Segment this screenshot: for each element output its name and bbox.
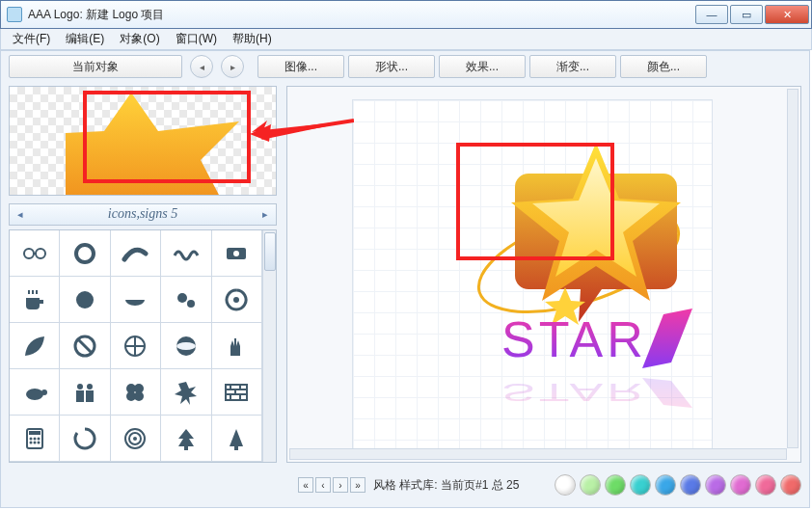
svg-point-0 [24, 249, 34, 258]
icon-tree-1[interactable] [161, 416, 211, 462]
icon-splat[interactable] [161, 369, 211, 416]
color-label: 颜色... [647, 59, 680, 75]
svg-rect-36 [184, 446, 188, 450]
style-last-button[interactable]: » [350, 477, 365, 493]
shape-label: 形状... [375, 59, 408, 75]
window-titlebar: AAA Logo: 新建 Logo 项目 — ▭ ✕ [0, 0, 812, 29]
icon-glasses[interactable] [10, 230, 60, 277]
swatch-1[interactable] [580, 474, 601, 496]
canvas-scrollbar-v[interactable] [787, 89, 798, 448]
current-object-label: 当前对象 [72, 59, 119, 75]
icon-bowl[interactable] [111, 277, 161, 323]
icon-gears[interactable] [161, 277, 211, 323]
icon-no-smoking[interactable] [60, 323, 110, 369]
icon-grid-scrollbar[interactable] [262, 230, 276, 462]
maximize-button[interactable]: ▭ [730, 5, 763, 24]
style-status-label: 风格 样式库: 当前页#1 总 25 [373, 477, 519, 494]
icon-phone[interactable] [212, 230, 262, 277]
color-button[interactable]: 颜色... [620, 55, 707, 78]
icon-calculator[interactable] [10, 416, 60, 462]
icon-wave[interactable] [161, 230, 211, 277]
menu-file[interactable]: 文件(F) [5, 29, 58, 49]
toolbar: 当前对象 ◂ ▸ 图像... 形状... 效果... 渐变... 颜色... [1, 51, 809, 82]
icon-globe-2[interactable] [161, 323, 211, 369]
icon-spiral-3[interactable] [111, 416, 161, 462]
icon-coffee-cup[interactable] [10, 277, 60, 323]
menu-window[interactable]: 窗口(W) [168, 29, 225, 49]
icon-circle[interactable] [60, 277, 110, 323]
object-preview [9, 86, 277, 196]
menu-edit[interactable]: 编辑(E) [58, 29, 112, 49]
effect-label: 效果... [466, 59, 499, 75]
swatch-2[interactable] [605, 474, 626, 496]
swatch-6[interactable] [705, 474, 726, 496]
minimize-button[interactable]: — [695, 5, 728, 24]
library-next-button[interactable]: ▸ [255, 208, 276, 221]
gradient-button[interactable]: 渐变... [529, 55, 616, 78]
swatch-3[interactable] [630, 474, 651, 496]
effect-button[interactable]: 效果... [439, 55, 526, 78]
swatch-0[interactable] [555, 474, 576, 496]
icon-clover[interactable] [111, 369, 161, 416]
icon-hand-print[interactable] [212, 323, 262, 369]
swatch-9[interactable] [780, 474, 801, 496]
icon-spiral-2[interactable] [60, 416, 110, 462]
icon-people[interactable] [60, 369, 110, 416]
shape-button[interactable]: 形状... [348, 55, 435, 78]
svg-point-17 [87, 384, 93, 389]
style-first-button[interactable]: « [298, 477, 313, 493]
svg-rect-18 [76, 390, 84, 402]
close-button[interactable]: ✕ [765, 5, 809, 24]
menu-help[interactable]: 帮助(H) [225, 29, 280, 49]
color-swatches [555, 474, 801, 496]
nav-prev-button[interactable]: ◂ [190, 55, 213, 78]
svg-point-2 [76, 245, 94, 262]
style-next-button[interactable]: › [333, 477, 348, 493]
icon-globe-1[interactable] [111, 323, 161, 369]
svg-point-29 [37, 437, 40, 440]
swatch-8[interactable] [755, 474, 776, 496]
svg-point-14 [26, 389, 43, 400]
scrollbar-thumb[interactable] [264, 232, 276, 271]
preview-highlight-box [83, 91, 251, 183]
icon-grid [10, 230, 262, 462]
svg-point-13 [176, 342, 196, 350]
svg-point-8 [233, 297, 239, 303]
icon-ring[interactable] [60, 230, 110, 277]
icon-swoosh[interactable] [111, 230, 161, 277]
svg-point-4 [233, 251, 239, 256]
icon-tree-2[interactable] [212, 416, 262, 462]
icon-spiral-flower[interactable] [212, 277, 262, 323]
library-header: ◂ icons,signs 5 ▸ [9, 203, 277, 226]
image-label: 图像... [284, 59, 317, 75]
image-button[interactable]: 图像... [257, 55, 344, 78]
menu-bar: 文件(F) 编辑(E) 对象(O) 窗口(W) 帮助(H) [0, 29, 812, 50]
swatch-4[interactable] [655, 474, 676, 496]
app-icon [7, 7, 22, 22]
style-prev-button[interactable]: ‹ [315, 477, 331, 493]
icon-turtle[interactable] [10, 369, 60, 416]
canvas[interactable]: STAR STAR [286, 86, 801, 463]
svg-rect-37 [234, 446, 238, 450]
canvas-scrollbar-h[interactable] [289, 448, 787, 460]
swatch-5[interactable] [680, 474, 701, 496]
nav-next-button[interactable]: ▸ [221, 55, 244, 78]
svg-point-32 [37, 441, 40, 443]
current-object-button[interactable]: 当前对象 [9, 55, 182, 78]
main-split: ◂ icons,signs 5 ▸ [9, 86, 801, 463]
svg-point-30 [29, 441, 32, 443]
window-title: AAA Logo: 新建 Logo 项目 [28, 7, 164, 23]
icon-brick-wall[interactable] [212, 369, 262, 416]
svg-point-23 [134, 391, 144, 401]
right-panel: STAR STAR [286, 86, 801, 463]
icon-leaf[interactable] [10, 323, 60, 369]
swatch-7[interactable] [730, 474, 751, 496]
svg-text:STAR: STAR [501, 378, 647, 406]
style-navigator: « ‹ › » 风格 样式库: 当前页#1 总 25 [298, 477, 519, 494]
library-prev-button[interactable]: ◂ [10, 208, 31, 221]
svg-point-6 [177, 293, 187, 303]
left-panel: ◂ icons,signs 5 ▸ [9, 86, 277, 463]
menu-object[interactable]: 对象(O) [112, 29, 167, 49]
svg-point-15 [41, 389, 47, 395]
svg-point-5 [76, 291, 94, 309]
